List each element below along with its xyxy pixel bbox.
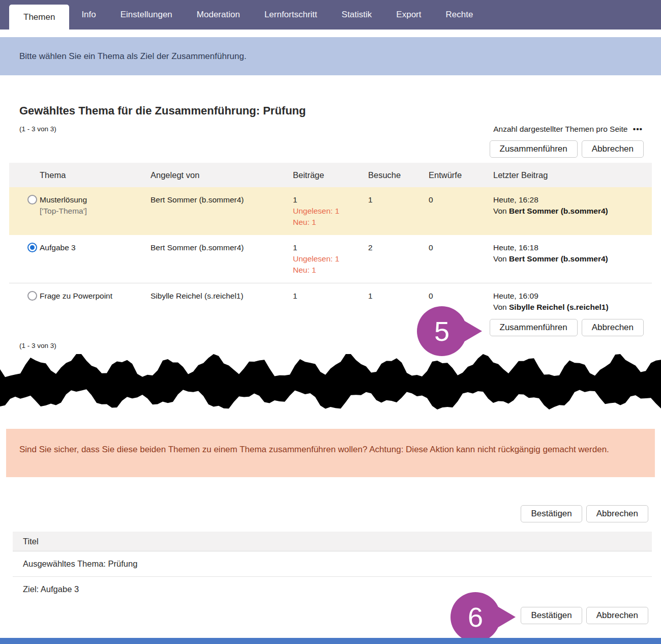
top-action-row: Zusammenführen Abbrechen xyxy=(490,140,644,158)
cropped-blue-banner xyxy=(0,638,661,644)
radio-aufgabe-3[interactable] xyxy=(27,243,37,252)
confirm-action-row-bottom: Bestätigen Abbrechen xyxy=(521,607,648,624)
confirm-button-top[interactable]: Bestätigen xyxy=(521,505,582,522)
confirm-action-row-top: Bestätigen Abbrechen xyxy=(521,505,648,522)
column-besuche: Besuche xyxy=(368,163,429,187)
step-6-number: 6 xyxy=(468,602,483,632)
confirm-cancel-button-top[interactable]: Abbrechen xyxy=(586,505,648,522)
new-count: Neu: 1 xyxy=(293,265,364,276)
column-titel: Titel xyxy=(13,532,652,551)
table-row: Ausgewähltes Thema: Prüfung xyxy=(13,551,652,577)
posts-count: 1 xyxy=(293,242,364,253)
radio-musterloesung[interactable] xyxy=(27,195,37,204)
merge-button-bottom[interactable]: Zusammenführen xyxy=(490,319,578,336)
column-beitraege: Beiträge xyxy=(293,163,368,187)
last-post-author: Sibylle Reichel (s.reichel1) xyxy=(509,303,609,311)
warning-banner: Sind Sie sicher, dass Sie diese beiden T… xyxy=(6,429,655,477)
drafts-count: 0 xyxy=(429,235,493,283)
topic-title: Aufgabe 3 xyxy=(40,235,151,283)
per-page-label: Anzahl dargestellter Themen pro Seite xyxy=(493,125,627,133)
confirm-table: Titel Ausgewähltes Thema: Prüfung Ziel: … xyxy=(13,532,652,602)
last-post-time: Heute, 16:09 xyxy=(493,290,648,302)
visits-count: 1 xyxy=(368,283,429,332)
posts-count: 1 xyxy=(293,194,364,206)
topic-author: Bert Sommer (b.sommer4) xyxy=(151,187,293,235)
tab-einstellungen[interactable]: Einstellungen xyxy=(108,0,185,30)
drafts-count: 0 xyxy=(429,283,493,332)
column-angelegt-von: Angelegt von xyxy=(151,163,293,187)
tab-export[interactable]: Export xyxy=(384,0,433,30)
top-nav: Themen Info Einstellungen Moderation Ler… xyxy=(0,0,661,30)
cancel-button-top[interactable]: Abbrechen xyxy=(582,140,644,158)
topic-title: Frage zu Powerpoint xyxy=(40,283,151,332)
drafts-count: 0 xyxy=(429,187,493,235)
radio-column-header xyxy=(9,163,40,187)
topics-table: Thema Angelegt von Beiträge Besuche Entw… xyxy=(9,163,652,332)
column-letzter-beitrag: Letzter Beitrag xyxy=(493,163,652,187)
pagination-range-bottom: (1 - 3 von 3) xyxy=(19,342,56,349)
per-page-menu-icon[interactable]: ••• xyxy=(633,125,643,133)
visits-count: 1 xyxy=(368,187,429,235)
topic-author: Sibylle Reichel (s.reichel1) xyxy=(151,283,293,332)
topic-author: Bert Sommer (b.sommer4) xyxy=(151,235,293,283)
table-header-row: Thema Angelegt von Beiträge Besuche Entw… xyxy=(9,163,652,187)
table-row: Ziel: Aufgabe 3 xyxy=(13,577,652,602)
info-banner-text: Bitte wählen Sie ein Thema als Ziel der … xyxy=(19,51,247,62)
info-banner: Bitte wählen Sie ein Thema als Ziel der … xyxy=(0,37,661,75)
column-thema: Thema xyxy=(40,163,151,187)
last-post-time: Heute, 16:18 xyxy=(493,242,648,253)
confirm-cancel-button-bottom[interactable]: Abbrechen xyxy=(586,607,648,624)
tab-statistik[interactable]: Statistik xyxy=(329,0,384,30)
tab-rechte[interactable]: Rechte xyxy=(433,0,485,30)
radio-frage-zu-powerpoint[interactable] xyxy=(27,291,37,301)
last-post-author: Bert Sommer (b.sommer4) xyxy=(509,254,608,263)
selected-topic-cell: Ausgewähltes Thema: Prüfung xyxy=(13,551,652,577)
tab-moderation[interactable]: Moderation xyxy=(185,0,252,30)
topic-sub-label: ['Top-Thema'] xyxy=(40,206,146,217)
per-page-control: Anzahl dargestellter Themen pro Seite ••… xyxy=(493,125,643,134)
warning-text: Sind Sie sicher, dass Sie diese beiden T… xyxy=(19,445,609,454)
last-post-von: Von xyxy=(493,207,509,215)
merge-button-top[interactable]: Zusammenführen xyxy=(490,140,578,158)
cancel-button-bottom[interactable]: Abbrechen xyxy=(582,319,644,336)
confirm-button-bottom[interactable]: Bestätigen xyxy=(521,607,582,624)
table-row: Aufgabe 3 Bert Sommer (b.sommer4) 1 Unge… xyxy=(9,235,652,283)
new-count: Neu: 1 xyxy=(293,217,364,228)
tab-info[interactable]: Info xyxy=(69,0,108,30)
table-row: Musterlösung ['Top-Thema'] Bert Sommer (… xyxy=(9,187,652,235)
visits-count: 2 xyxy=(368,235,429,283)
confirm-table-header-row: Titel xyxy=(13,532,652,551)
last-post-time: Heute, 16:28 xyxy=(493,194,648,206)
target-topic-cell: Ziel: Aufgabe 3 xyxy=(13,577,652,602)
last-post-von: Von xyxy=(493,303,509,311)
bottom-action-row: Zusammenführen Abbrechen xyxy=(490,319,644,336)
tab-lernfortschritt[interactable]: Lernfortschritt xyxy=(252,0,329,30)
redaction-scribble xyxy=(0,353,661,411)
unread-count: Ungelesen: 1 xyxy=(293,206,364,217)
unread-count: Ungelesen: 1 xyxy=(293,253,364,265)
tab-themen[interactable]: Themen xyxy=(9,5,69,30)
column-entwuerfe: Entwürfe xyxy=(429,163,493,187)
pagination-range-top: (1 - 3 von 3) xyxy=(19,125,56,133)
last-post-author: Bert Sommer (b.sommer4) xyxy=(509,207,608,215)
last-post-von: Von xyxy=(493,254,509,263)
topic-title: Musterlösung xyxy=(40,194,146,206)
posts-count: 1 xyxy=(293,283,368,332)
page-title: Gewähltes Thema für die Zusammenführung:… xyxy=(19,104,306,118)
